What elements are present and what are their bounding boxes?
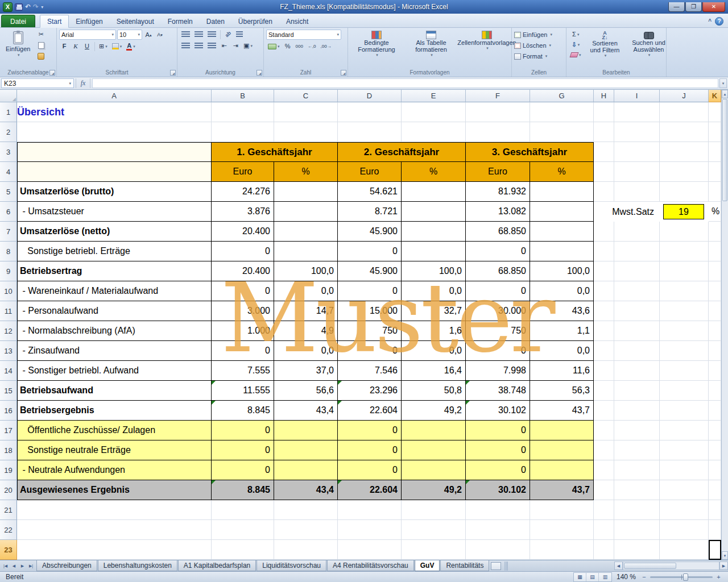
cell-D21[interactable] [338, 500, 402, 520]
cell-D22[interactable] [338, 520, 402, 540]
cell-B8[interactable]: 0 [212, 242, 274, 261]
cell-B1[interactable] [212, 102, 274, 122]
cell-H14[interactable] [594, 361, 614, 381]
cell-H23[interactable] [594, 540, 614, 560]
row-header-15[interactable]: 15 [0, 381, 17, 401]
cell-K8[interactable] [709, 242, 721, 261]
cell-H5[interactable] [594, 182, 614, 202]
cell-E6[interactable] [402, 202, 466, 222]
cell-I3[interactable] [614, 142, 660, 162]
tab-scroll-first-button[interactable]: |◀ [1, 562, 10, 570]
help-icon[interactable]: ? [715, 17, 723, 26]
alignment-dialog-launcher[interactable] [257, 70, 262, 76]
cell-C15[interactable]: 56,6 [274, 381, 338, 401]
increase-indent-button[interactable]: ⇥ [230, 41, 241, 51]
sheet-tab-A4-Rentabilitätsvorschau[interactable]: A4 Rentabilitätsvorschau [327, 560, 414, 571]
row-header-6[interactable]: 6 [0, 202, 17, 222]
cell-G6[interactable] [530, 202, 594, 222]
insert-function-button[interactable]: fx [76, 78, 90, 88]
cell-F10[interactable]: 0 [466, 281, 530, 301]
cell-G22[interactable] [530, 520, 594, 540]
cell-C1[interactable] [274, 102, 338, 122]
cell-K19[interactable] [709, 460, 721, 480]
cell-D15[interactable]: 23.296 [338, 381, 402, 401]
number-format-select[interactable]: Standard▾ [266, 30, 341, 40]
cell-E9[interactable]: 100,0 [402, 261, 466, 281]
cell-G19[interactable] [530, 460, 594, 480]
column-header-G[interactable]: G [530, 90, 594, 102]
excel-logo-icon[interactable]: X [3, 2, 13, 12]
cell-F18[interactable]: 0 [466, 440, 530, 460]
cell-G23[interactable] [530, 540, 594, 560]
cell-H15[interactable] [594, 381, 614, 401]
font-name-select[interactable]: Arial▾ [59, 30, 116, 40]
cell-C4[interactable]: % [274, 162, 338, 182]
vat-rate-label[interactable]: Mwst.Satz [594, 202, 660, 222]
cell-H8[interactable] [594, 242, 614, 261]
cell-A2[interactable] [17, 122, 212, 142]
cell-K2[interactable] [709, 122, 721, 142]
cell-H22[interactable] [594, 520, 614, 540]
qat-dropdown-icon[interactable]: ▾ [41, 5, 43, 10]
accounting-format-button[interactable]: ▾ [266, 41, 282, 51]
cell-F5[interactable]: 81.932 [466, 182, 530, 202]
cell-K18[interactable] [709, 440, 721, 460]
hscroll-thumb[interactable] [624, 563, 676, 569]
cell-I10[interactable] [614, 281, 660, 301]
clear-button[interactable]: ▾ [569, 50, 583, 60]
cell-F23[interactable] [466, 540, 530, 560]
cell-C9[interactable]: 100,0 [274, 261, 338, 281]
tab-scroll-right-button[interactable]: ▶ [18, 562, 27, 570]
cell-I18[interactable] [614, 440, 660, 460]
cell-I15[interactable] [614, 381, 660, 401]
view-page-layout-button[interactable]: ▤ [586, 573, 599, 581]
selected-cell-K23[interactable] [709, 540, 721, 560]
italic-button[interactable]: K [71, 41, 81, 51]
cell-C14[interactable]: 37,0 [274, 361, 338, 381]
column-header-D[interactable]: D [338, 90, 402, 102]
borders-button[interactable]: ⊞▾ [97, 41, 109, 51]
align-middle-button[interactable] [193, 30, 205, 39]
cell-D23[interactable] [338, 540, 402, 560]
cell-F17[interactable]: 0 [466, 421, 530, 440]
cell-H12[interactable] [594, 321, 614, 341]
cell-F9[interactable]: 68.850 [466, 261, 530, 281]
cell-I8[interactable] [614, 242, 660, 261]
cell-D19[interactable]: 0 [338, 460, 402, 480]
cell-G13[interactable]: 0,0 [530, 341, 594, 361]
cell-H19[interactable] [594, 460, 614, 480]
cell-A21[interactable] [17, 500, 212, 520]
row-header-20[interactable]: 20 [0, 480, 17, 500]
cell-A14[interactable]: - Sonstiger betriebl. Aufwand [17, 361, 212, 381]
cell-D9[interactable]: 45.900 [338, 261, 402, 281]
cell-G18[interactable] [530, 440, 594, 460]
cell-B4[interactable]: Euro [212, 162, 274, 182]
row-header-9[interactable]: 9 [0, 261, 17, 281]
cell-F19[interactable]: 0 [466, 460, 530, 480]
redo-icon[interactable]: ↷ [33, 3, 39, 10]
cell-I21[interactable] [614, 500, 660, 520]
cell-A8[interactable]: Sonstige betriebl. Erträge [17, 242, 212, 261]
cell-C12[interactable]: 4,9 [274, 321, 338, 341]
cell-A6[interactable]: - Umsatzsteuer [17, 202, 212, 222]
cell-E1[interactable] [402, 102, 466, 122]
cell-I20[interactable] [614, 480, 660, 500]
cell-E21[interactable] [402, 500, 466, 520]
cell-J10[interactable] [660, 281, 709, 301]
cell-D14[interactable]: 7.546 [338, 361, 402, 381]
cell-A22[interactable] [17, 520, 212, 540]
font-size-select[interactable]: 10▾ [117, 30, 142, 40]
row-header-22[interactable]: 22 [0, 520, 17, 540]
minimize-button[interactable]: — [668, 2, 685, 12]
cell-E7[interactable] [402, 222, 466, 242]
tab-formeln[interactable]: Formeln [161, 15, 200, 27]
cell-F20[interactable]: 30.102 [466, 480, 530, 500]
cell-K14[interactable] [709, 361, 721, 381]
cell-K9[interactable] [709, 261, 721, 281]
clipboard-dialog-launcher[interactable] [49, 70, 55, 76]
cell-E12[interactable]: 1,6 [402, 321, 466, 341]
cell-E4[interactable]: % [402, 162, 466, 182]
cell-A5[interactable]: Umsatzerlöse (brutto) [17, 182, 212, 202]
cell-I14[interactable] [614, 361, 660, 381]
zoom-level-label[interactable]: 140 % [617, 573, 636, 581]
